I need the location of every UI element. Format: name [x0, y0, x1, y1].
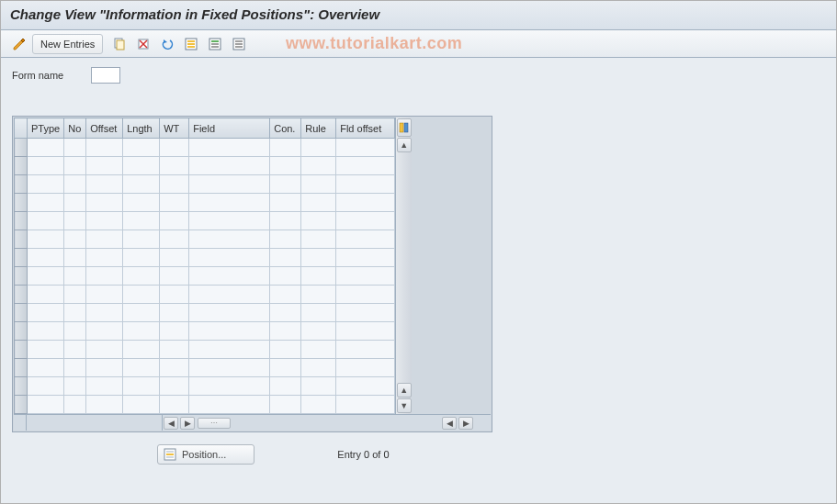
table-cell[interactable] [336, 377, 395, 396]
table-cell[interactable] [189, 286, 270, 304]
table-cell[interactable] [64, 267, 86, 286]
table-cell[interactable] [336, 322, 395, 341]
table-cell[interactable] [123, 286, 160, 304]
row-selector[interactable] [15, 341, 28, 359]
table-cell[interactable] [336, 304, 395, 322]
table-cell[interactable] [160, 194, 189, 212]
table-cell[interactable] [301, 249, 336, 267]
table-cell[interactable] [336, 249, 395, 267]
table-cell[interactable] [123, 322, 160, 341]
table-cell[interactable] [336, 396, 395, 414]
new-entries-button[interactable]: New Entries [32, 34, 103, 54]
table-cell[interactable] [86, 267, 123, 286]
table-cell[interactable] [270, 359, 301, 377]
table-cell[interactable] [301, 359, 336, 377]
table-cell[interactable] [301, 304, 336, 322]
table-cell[interactable] [86, 359, 123, 377]
table-cell[interactable] [189, 139, 270, 157]
table-cell[interactable] [28, 304, 64, 322]
scroll-left2-icon[interactable]: ◀ [442, 417, 457, 430]
table-cell[interactable] [160, 304, 189, 322]
table-cell[interactable] [301, 341, 336, 359]
table-cell[interactable] [123, 341, 160, 359]
table-cell[interactable] [301, 139, 336, 157]
table-cell[interactable] [123, 139, 160, 157]
horizontal-scrollbar[interactable]: ◀ ▶ ⋯ ◀ ▶ [14, 414, 491, 431]
table-cell[interactable] [28, 341, 64, 359]
table-cell[interactable] [189, 175, 270, 194]
table-cell[interactable] [301, 322, 336, 341]
scroll-thumb[interactable]: ⋯ [198, 418, 231, 429]
form-name-input[interactable] [91, 67, 120, 84]
table-cell[interactable] [336, 212, 395, 230]
table-cell[interactable] [64, 322, 86, 341]
table-cell[interactable] [270, 396, 301, 414]
table-cell[interactable] [28, 157, 64, 175]
row-selector[interactable] [15, 249, 28, 267]
table-cell[interactable] [123, 230, 160, 249]
row-selector[interactable] [15, 304, 28, 322]
table-cell[interactable] [160, 322, 189, 341]
table-cell[interactable] [301, 212, 336, 230]
delete-icon[interactable] [132, 34, 154, 54]
table-cell[interactable] [28, 212, 64, 230]
table-cell[interactable] [270, 212, 301, 230]
table-cell[interactable] [336, 194, 395, 212]
copy-as-icon[interactable] [108, 34, 130, 54]
table-cell[interactable] [28, 396, 64, 414]
table-cell[interactable] [160, 396, 189, 414]
table-cell[interactable] [270, 249, 301, 267]
table-cell[interactable] [123, 396, 160, 414]
row-selector[interactable] [15, 267, 28, 286]
table-cell[interactable] [301, 377, 336, 396]
table-cell[interactable] [86, 139, 123, 157]
table-cell[interactable] [28, 322, 64, 341]
table-cell[interactable] [28, 139, 64, 157]
table-cell[interactable] [123, 249, 160, 267]
table-cell[interactable] [160, 157, 189, 175]
row-selector[interactable] [15, 286, 28, 304]
table-cell[interactable] [28, 194, 64, 212]
table-cell[interactable] [189, 267, 270, 286]
table-cell[interactable] [28, 249, 64, 267]
table-cell[interactable] [64, 175, 86, 194]
row-selector[interactable] [15, 212, 28, 230]
table-cell[interactable] [189, 322, 270, 341]
table-cell[interactable] [160, 341, 189, 359]
table-cell[interactable] [86, 286, 123, 304]
column-header[interactable]: WT [160, 118, 189, 139]
table-cell[interactable] [64, 194, 86, 212]
table-cell[interactable] [160, 212, 189, 230]
table-cell[interactable] [301, 286, 336, 304]
scroll-left-icon[interactable]: ◀ [164, 417, 178, 430]
table-cell[interactable] [270, 230, 301, 249]
select-all-icon[interactable] [180, 34, 202, 54]
row-selector[interactable] [15, 194, 28, 212]
table-cell[interactable] [28, 175, 64, 194]
table-cell[interactable] [270, 267, 301, 286]
table-cell[interactable] [336, 359, 395, 377]
table-cell[interactable] [123, 194, 160, 212]
table-cell[interactable] [160, 359, 189, 377]
table-cell[interactable] [301, 194, 336, 212]
table-cell[interactable] [28, 359, 64, 377]
table-cell[interactable] [160, 267, 189, 286]
table-cell[interactable] [336, 230, 395, 249]
table-cell[interactable] [123, 212, 160, 230]
table-cell[interactable] [336, 175, 395, 194]
table-cell[interactable] [64, 377, 86, 396]
table-cell[interactable] [86, 341, 123, 359]
row-selector[interactable] [15, 322, 28, 341]
row-selector[interactable] [15, 359, 28, 377]
table-cell[interactable] [160, 230, 189, 249]
table-cell[interactable] [336, 157, 395, 175]
table-cell[interactable] [64, 286, 86, 304]
table-cell[interactable] [123, 157, 160, 175]
column-header[interactable]: Rule [301, 118, 336, 139]
table-config-icon[interactable] [397, 118, 412, 137]
table-cell[interactable] [160, 249, 189, 267]
table-cell[interactable] [189, 359, 270, 377]
table-cell[interactable] [86, 304, 123, 322]
scroll-right-icon[interactable]: ▶ [180, 417, 195, 430]
undo-change-icon[interactable] [156, 34, 178, 54]
